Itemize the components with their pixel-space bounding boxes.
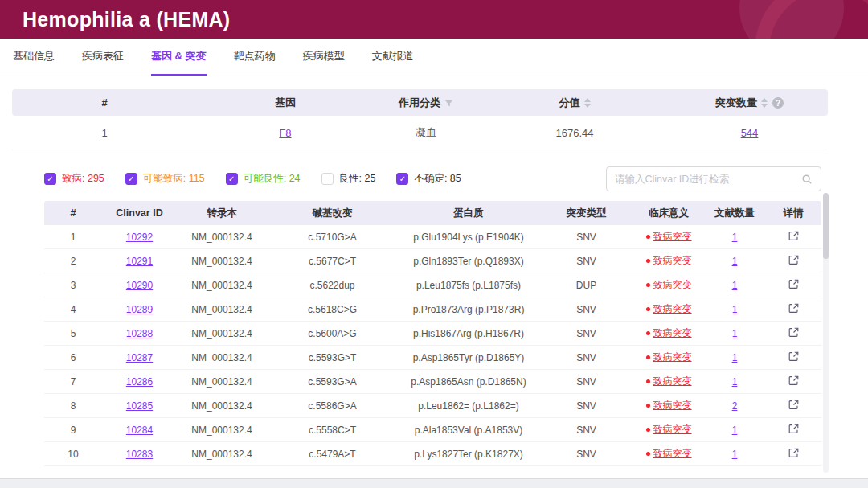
mutation-table-header: # Clinvar ID 转录本 碱基改变 蛋白质 突变类型 临床意义 文献数量… xyxy=(44,201,821,225)
sort-icon[interactable] xyxy=(584,98,591,108)
significance-dot xyxy=(646,331,650,335)
sort-icon[interactable] xyxy=(761,98,768,108)
clinical-significance: 致病突变 xyxy=(646,399,692,412)
tab-bar: 基础信息 疾病表征 基因 & 突变 靶点药物 疾病模型 文献报道 xyxy=(0,39,868,76)
base-change: c.5600A>G xyxy=(267,328,398,339)
mutation-type: SNV xyxy=(539,376,633,388)
tab-basic-info[interactable]: 基础信息 xyxy=(13,39,55,76)
col-details: 详情 xyxy=(765,207,821,220)
row-index: 9 xyxy=(44,424,102,436)
significance-filters: 致病: 295 可能致病: 115 可能良性: 24 良性: 25 不确定: 8… xyxy=(44,172,461,186)
filter-bar: 致病: 295 可能致病: 115 可能良性: 24 良性: 25 不确定: 8… xyxy=(44,166,821,191)
literature-count-link[interactable]: 1 xyxy=(732,280,738,291)
clinvar-id-link[interactable]: 10284 xyxy=(126,424,153,436)
clinvar-id-link[interactable]: 10286 xyxy=(126,376,153,388)
search-icon[interactable] xyxy=(801,174,813,185)
significance-dot xyxy=(646,452,650,456)
gene-link[interactable]: F8 xyxy=(279,127,291,139)
literature-count-link[interactable]: 1 xyxy=(732,424,738,436)
row-index: 7 xyxy=(44,376,102,388)
clinical-significance: 致病突变 xyxy=(646,278,692,292)
protein: p.Gln1893Ter (p.Q1893X) xyxy=(398,256,539,267)
clinvar-id-link[interactable]: 10291 xyxy=(126,256,153,267)
clinvar-id-link[interactable]: 10289 xyxy=(126,304,153,315)
row-index: 4 xyxy=(44,304,102,315)
mutation-type: SNV xyxy=(539,449,633,460)
tab-target-drugs[interactable]: 靶点药物 xyxy=(234,39,276,76)
literature-count-link[interactable]: 1 xyxy=(732,232,738,243)
clinvar-id-link[interactable]: 10290 xyxy=(126,280,153,291)
literature-count-link[interactable]: 1 xyxy=(732,304,738,315)
external-link-icon[interactable] xyxy=(788,231,799,241)
filter-pathogenic[interactable]: 致病: 295 xyxy=(44,172,104,186)
checkbox-benign[interactable] xyxy=(321,173,334,185)
transcript: NM_000132.4 xyxy=(177,376,267,388)
table-row: 1 10292 NM_000132.4 c.5710G>A p.Glu1904L… xyxy=(44,225,821,249)
significance-dot xyxy=(646,355,650,359)
tab-gene-mutation[interactable]: 基因 & 突变 xyxy=(151,39,207,76)
clinvar-search-box[interactable] xyxy=(606,166,821,191)
col-clinvar-id: Clinvar ID xyxy=(102,207,177,219)
filter-likely-benign[interactable]: 可能良性: 24 xyxy=(226,172,301,186)
clinvar-id-link[interactable]: 10283 xyxy=(126,449,153,460)
tab-disease-phenotype[interactable]: 疾病表征 xyxy=(82,39,124,76)
external-link-icon[interactable] xyxy=(788,279,799,289)
checkbox-pathogenic[interactable] xyxy=(44,173,56,185)
filter-benign[interactable]: 良性: 25 xyxy=(321,172,376,186)
literature-count-link[interactable]: 1 xyxy=(732,328,738,339)
mutation-type: SNV xyxy=(539,424,633,436)
literature-count-link[interactable]: 1 xyxy=(732,352,738,363)
gene-score: 1676.44 xyxy=(478,127,671,139)
external-link-icon[interactable] xyxy=(788,327,799,338)
clinical-significance: 致病突变 xyxy=(646,254,692,268)
external-link-icon[interactable] xyxy=(788,375,799,386)
clinvar-id-link[interactable]: 10285 xyxy=(126,400,153,412)
protein: p.Lys1827Ter (p.K1827X) xyxy=(398,449,539,460)
table-scrollbar-track[interactable] xyxy=(823,193,829,473)
external-link-icon[interactable] xyxy=(788,448,799,458)
tab-disease-models[interactable]: 疾病模型 xyxy=(303,39,345,76)
clinvar-id-link[interactable]: 10288 xyxy=(126,328,153,339)
page: Hemophilia a (HEMA) 基础信息 疾病表征 基因 & 突变 靶点… xyxy=(0,0,868,479)
protein: p.Pro1873Arg (p.P1873R) xyxy=(398,304,539,315)
col-base-change: 碱基改变 xyxy=(267,207,398,220)
checkbox-likely-pathogenic[interactable] xyxy=(125,173,137,185)
literature-count-link[interactable]: 1 xyxy=(732,376,738,388)
mutation-type: SNV xyxy=(539,400,633,412)
tab-literature-reports[interactable]: 文献报道 xyxy=(372,39,414,76)
external-link-icon[interactable] xyxy=(788,400,799,410)
filter-uncertain[interactable]: 不确定: 85 xyxy=(396,172,461,186)
filter-funnel-icon[interactable] xyxy=(444,99,453,108)
help-icon[interactable]: ? xyxy=(772,97,784,109)
table-scrollbar-thumb[interactable] xyxy=(823,193,829,259)
gene-col-mutation-count: 突变数量? xyxy=(671,96,828,110)
clinvar-search-input[interactable] xyxy=(615,174,801,185)
clinvar-id-link[interactable]: 10292 xyxy=(126,232,153,243)
significance-dot xyxy=(646,259,650,263)
external-link-icon[interactable] xyxy=(788,255,799,265)
checkbox-likely-benign[interactable] xyxy=(226,173,238,185)
filter-label: 可能致病: 115 xyxy=(143,172,205,186)
clinical-significance: 致病突变 xyxy=(646,447,692,461)
col-protein: 蛋白质 xyxy=(398,207,539,220)
row-index: 3 xyxy=(44,280,102,291)
mutation-count-link[interactable]: 544 xyxy=(741,127,759,139)
clinvar-id-link[interactable]: 10287 xyxy=(126,352,153,363)
external-link-icon[interactable] xyxy=(788,351,799,362)
literature-count-link[interactable]: 2 xyxy=(732,400,738,412)
clinical-significance: 致病突变 xyxy=(646,375,692,388)
mutation-type: SNV xyxy=(539,328,633,339)
base-change: c.5677C>T xyxy=(267,256,398,267)
row-index: 1 xyxy=(44,232,102,243)
significance-dot xyxy=(646,235,650,239)
clinical-significance: 致病突变 xyxy=(646,326,692,340)
external-link-icon[interactable] xyxy=(788,303,799,314)
literature-count-link[interactable]: 1 xyxy=(732,449,738,460)
literature-count-link[interactable]: 1 xyxy=(732,256,738,267)
clinical-significance: 致病突变 xyxy=(646,230,692,244)
transcript: NM_000132.4 xyxy=(177,352,267,363)
filter-likely-pathogenic[interactable]: 可能致病: 115 xyxy=(125,172,205,186)
col-index: # xyxy=(44,207,102,219)
checkbox-uncertain[interactable] xyxy=(396,173,408,185)
external-link-icon[interactable] xyxy=(788,424,799,434)
